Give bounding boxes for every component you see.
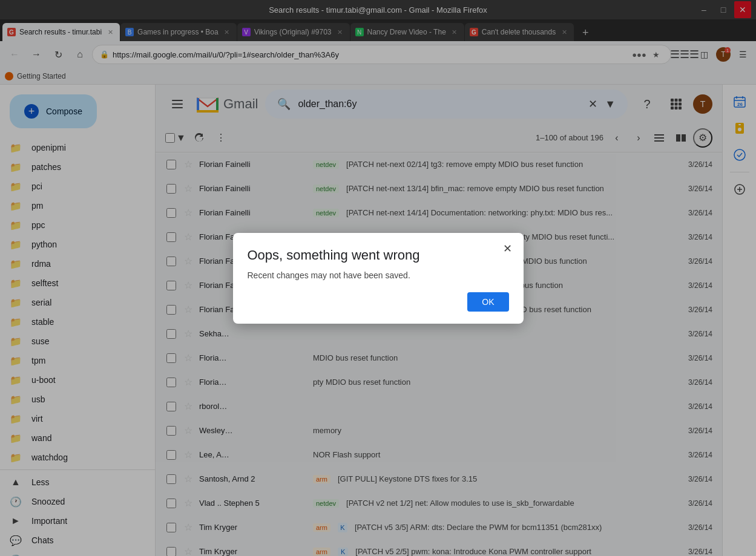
modal-overlay: ✕ Oops, something went wrong Recent chan… xyxy=(0,0,756,556)
modal-close-button[interactable]: ✕ xyxy=(499,240,516,257)
modal-title: Oops, something went wrong xyxy=(248,247,509,263)
modal-ok-button[interactable]: OK xyxy=(467,292,508,312)
error-modal: ✕ Oops, something went wrong Recent chan… xyxy=(233,233,524,324)
modal-actions: OK xyxy=(248,292,509,312)
modal-body: Recent changes may not have been saved. xyxy=(248,270,509,280)
